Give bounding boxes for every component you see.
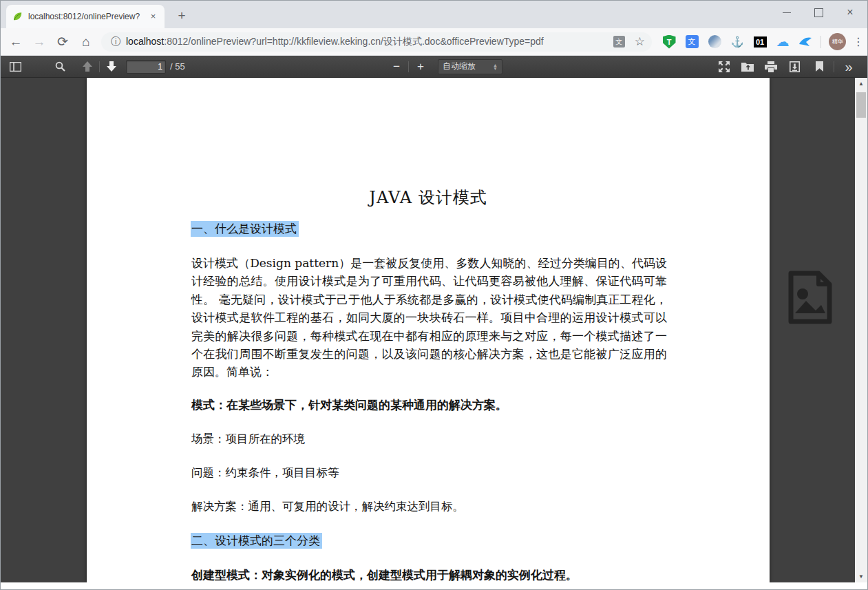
page-down-button[interactable] [103,58,120,75]
scroll-down-arrow[interactable]: ▼ [855,571,867,582]
toolbar-separator [408,61,409,72]
download-button[interactable] [785,58,803,75]
page-info-icon[interactable]: ⓘ [111,36,120,48]
window-maximize-button[interactable] [803,1,834,24]
arrow-down-icon [107,61,116,72]
extension-anchor[interactable]: ⚓ [730,34,745,50]
bookmark-star-icon[interactable]: ☆ [635,34,645,49]
doc-title: JAVA 设计模式 [87,187,770,209]
print-icon [765,61,777,72]
01-badge-icon: 01 [754,36,767,48]
profile-avatar[interactable]: 精华 [829,33,846,50]
presentation-mode-button[interactable] [715,58,733,75]
toolbar-separator [834,61,834,72]
tab-online-preview[interactable]: localhost:8012/onlinePreview? × [6,5,165,28]
zoom-level-select[interactable]: 自动缩放 ▲▼ [438,59,502,74]
toolbar-separator [821,36,821,48]
browser-window: localhost:8012/onlinePreview? × + × ← → … [0,0,868,590]
shield-icon: T [663,35,676,49]
maximize-icon [814,8,823,17]
extensions-row: T 文 ⚓ 01 ☁ 精华 ⋮ [661,33,865,50]
zoom-level-value: 自动缩放 [443,61,476,72]
url-host: localhost [126,36,164,47]
browser-toolbar: ← → ⟳ ⌂ ⓘ localhost:8012/onlinePreview?u… [1,28,867,56]
translate-page-icon[interactable]: 文 [613,36,625,48]
doc-line-scene: 场景：项目所在的环境 [191,432,305,447]
swirl-icon [708,35,721,48]
more-tools-button[interactable]: » [840,58,858,75]
doc-bold-pattern: 模式：在某些场景下，针对某类问题的某种通用的解决方案。 [191,397,507,413]
extension-bird[interactable] [798,34,813,50]
forward-button[interactable]: → [31,32,47,52]
pdf-toolbar-left: / 55 [1,56,185,77]
pdf-viewer-area[interactable]: JAVA 设计模式 一、什么是设计模式 设计模式（Design pattern）… [1,78,856,582]
extension-translate[interactable]: 文 [684,34,699,50]
bird-icon [798,36,812,48]
scroll-up-arrow[interactable]: ▲ [855,78,867,89]
pdf-toolbar: / 55 − + 自动缩放 ▲▼ [1,56,867,78]
reload-button[interactable]: ⟳ [54,32,71,52]
window-close-button[interactable]: × [834,1,866,24]
doc-line-problem: 问题：约束条件，项目目标等 [191,465,339,481]
page-bottom-strip [1,582,867,590]
search-button[interactable] [51,58,69,75]
new-tab-button[interactable]: + [173,7,191,25]
extension-shield[interactable]: T [661,34,677,50]
extension-swirl[interactable] [707,34,722,50]
page-count-label: / 55 [170,61,185,72]
zoom-out-button[interactable]: − [388,58,405,75]
translate-ext-icon: 文 [686,35,699,48]
sidebar-toggle-icon [10,62,21,72]
print-button[interactable] [762,58,780,75]
arrow-up-icon [83,61,92,72]
url-rest: :8012/onlinePreview?url=http://kkfilevie… [164,36,543,47]
browser-menu-button[interactable]: ⋮ [852,35,865,48]
extension-01[interactable]: 01 [752,34,768,50]
pdf-toolbar-center: − + 自动缩放 ▲▼ [388,56,502,77]
page-number-input[interactable] [126,60,166,74]
bookmark-icon [816,61,823,72]
select-arrows-icon: ▲▼ [493,63,498,70]
spring-leaf-favicon [12,11,23,22]
toolbar-separator [99,61,100,72]
open-file-icon [741,61,754,72]
url-text[interactable]: localhost:8012/onlinePreview?url=http://… [126,36,613,48]
bookmark-button[interactable] [810,58,828,75]
pdf-page: JAVA 设计模式 一、什么是设计模式 设计模式（Design pattern）… [87,78,770,582]
pdf-toolbar-right: » [715,56,858,77]
scrollbar-thumb[interactable] [856,92,866,118]
tab-close-icon[interactable]: × [147,11,159,23]
doc-line-solution: 解决方案：通用、可复用的设计，解决约束达到目标。 [191,499,464,514]
doc-heading-2: 二、设计模式的三个分类 [191,533,322,549]
doc-bold-creational: 创建型模式：对象实例化的模式，创建型模式用于解耦对象的实例化过程。 [191,567,578,582]
window-minimize-button[interactable] [771,1,803,24]
window-controls: × [771,1,866,24]
vertical-scrollbar[interactable]: ▲ ▼ [855,78,867,582]
tab-strip: localhost:8012/onlinePreview? × + × [1,1,867,28]
minimize-icon [783,12,791,13]
home-button[interactable]: ⌂ [78,32,94,52]
back-button[interactable]: ← [8,32,24,52]
fullscreen-icon [719,61,730,72]
zoom-in-button[interactable]: + [412,58,430,75]
sidebar-toggle-button[interactable] [6,58,24,75]
search-icon [55,61,65,72]
address-bar[interactable]: ⓘ localhost:8012/onlinePreview?url=http:… [101,32,652,52]
doc-heading-1: 一、什么是设计模式 [191,221,299,237]
download-icon [790,61,800,72]
image-preview-icon[interactable] [785,271,835,324]
extension-cloud[interactable]: ☁ [775,34,790,50]
tab-title: localhost:8012/onlinePreview? [28,12,147,21]
page-up-button[interactable] [78,58,96,75]
doc-paragraph: 设计模式（Design pattern）是一套被反复使用、多数人知晓的、经过分类… [191,254,667,381]
open-file-button[interactable] [739,58,756,75]
